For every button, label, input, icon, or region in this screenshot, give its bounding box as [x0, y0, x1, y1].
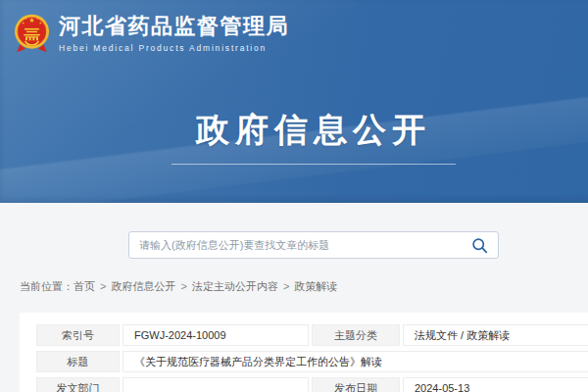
field-label-title: 标题 — [36, 351, 120, 372]
field-value-topic-category: 法规文件 / 政策解读 — [403, 324, 588, 346]
field-value-publish-date: 2024-05-13 — [403, 377, 588, 392]
field-value-index-no: FGWJ-2024-10009 — [122, 324, 309, 346]
field-label-index-no: 索引号 — [36, 324, 120, 346]
search-icon — [471, 237, 488, 254]
breadcrumb-separator: > — [180, 280, 186, 292]
search-area — [128, 231, 499, 259]
table-row: 标题 《关于规范医疗器械产品分类界定工作的公告》解读 — [36, 351, 588, 372]
document-meta-table: 索引号 FGWJ-2024-10009 主题分类 法规文件 / 政策解读 标题 … — [33, 319, 588, 392]
search-box — [128, 231, 499, 259]
org-name-cn: 河北省药品监督管理局 — [59, 14, 289, 38]
breadcrumb-separator: > — [100, 280, 106, 292]
content-panel: 索引号 FGWJ-2024-10009 主题分类 法规文件 / 政策解读 标题 … — [20, 313, 588, 392]
breadcrumb-statutory-disclosure[interactable]: 法定主动公开内容 — [192, 280, 278, 292]
search-input[interactable] — [129, 232, 461, 258]
table-row: 发文部门 发布日期 2024-05-13 — [36, 377, 588, 392]
title-underline — [172, 164, 456, 165]
site-banner: 河北省药品监督管理局 Hebei Medical Products Admini… — [0, 0, 588, 203]
breadcrumb-gov-info[interactable]: 政府信息公开 — [111, 280, 175, 292]
field-label-publish-date: 发布日期 — [312, 377, 400, 392]
breadcrumb-separator: > — [283, 280, 289, 292]
search-button[interactable] — [461, 232, 498, 258]
page: 河北省药品监督管理局 Hebei Medical Products Admini… — [0, 0, 588, 392]
field-label-issuing-department: 发文部门 — [36, 377, 120, 392]
page-title: 政府信息公开 — [0, 108, 588, 153]
china-national-emblem-icon — [14, 11, 50, 56]
breadcrumb: 当前位置：首页>政府信息公开>法定主动公开内容>政策解读 — [20, 279, 588, 294]
org-name-en: Hebei Medical Products Administration — [59, 43, 289, 53]
field-label-topic-category: 主题分类 — [312, 324, 400, 346]
field-value-title: 《关于规范医疗器械产品分类界定工作的公告》解读 — [122, 351, 588, 372]
breadcrumb-current-policy-interpretation: 政策解读 — [294, 280, 337, 292]
site-logo[interactable]: 河北省药品监督管理局 Hebei Medical Products Admini… — [14, 11, 289, 56]
table-row: 索引号 FGWJ-2024-10009 主题分类 法规文件 / 政策解读 — [36, 324, 588, 346]
org-name-block: 河北省药品监督管理局 Hebei Medical Products Admini… — [59, 14, 289, 52]
breadcrumb-prefix: 当前位置： — [20, 280, 74, 292]
breadcrumb-home[interactable]: 首页 — [74, 280, 95, 292]
field-value-issuing-department — [122, 377, 309, 392]
